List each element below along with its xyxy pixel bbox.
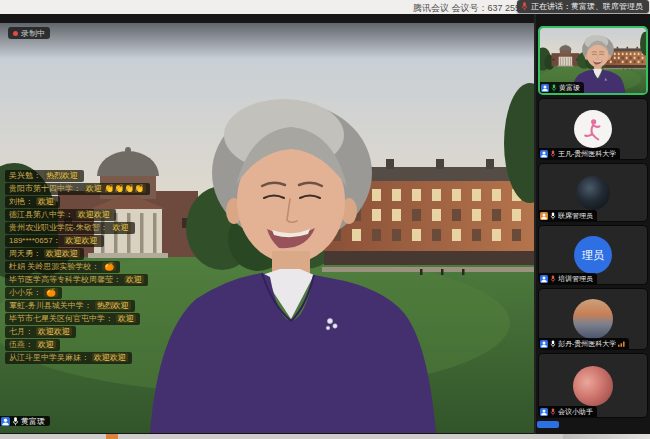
chat-message: 覃虹-务川县城关中学：热烈欢迎 <box>5 300 135 312</box>
participant-name: 彭丹-贵州医科大学 <box>558 339 616 349</box>
participant-name-badge: 会议小助手 <box>539 406 597 417</box>
chat-message: 周天勇：欢迎欢迎 <box>5 248 84 260</box>
chat-message: 七月：欢迎欢迎 <box>5 326 76 338</box>
participant-name: 培训管理员 <box>558 274 593 284</box>
chat-message: 小小乐：🍊 <box>5 287 62 299</box>
chat-message: 189****0657：欢迎欢迎 <box>5 235 104 247</box>
chat-message: 从江斗里中学吴麻妹：欢迎欢迎 <box>5 352 132 364</box>
meeting-window: 腾讯会议 会议号：637 255 628 正在讲话：黄富瑗、联席管理员 录制中 … <box>0 0 650 439</box>
mic-active-icon <box>551 84 557 92</box>
person-icon <box>540 275 548 283</box>
avatar <box>574 110 612 148</box>
participants-sidebar: 黄富瑗 王凡-贵州医科大学 <box>536 14 650 434</box>
desktop-accent-right <box>563 434 650 439</box>
desktop-accent <box>106 434 118 439</box>
person-icon <box>540 340 548 348</box>
participant-name-badge: 彭丹-贵州医科大学 <box>539 338 629 349</box>
chat-message: 毕节医学高等专科学校周馨莹：欢迎 <box>5 274 148 286</box>
avatar-initials: 理员 <box>582 248 604 263</box>
participant-name-badge: 黄富瑗 <box>540 82 584 93</box>
person-icon <box>540 150 548 158</box>
desktop-strip <box>0 434 650 439</box>
participant-name: 黄富瑗 <box>559 83 580 93</box>
person-icon <box>541 84 549 92</box>
person-icon <box>1 417 10 426</box>
ballerina-icon <box>580 116 606 142</box>
main-video-stage[interactable]: 录制中 吴兴勉：热烈欢迎 贵阳市第十四中学：欢迎 👏👏👏👏 刘艳：欢迎 德江县第… <box>0 14 534 434</box>
mic-muted-icon <box>550 408 556 416</box>
participant-tile-assistant[interactable]: 会议小助手 <box>538 353 648 418</box>
person-icon <box>540 408 548 416</box>
recording-dot-icon <box>13 31 18 36</box>
mic-muted-icon <box>550 275 556 283</box>
mic-muted-icon <box>550 150 556 158</box>
recording-badge: 录制中 <box>8 27 50 39</box>
avatar <box>573 299 613 339</box>
participant-name: 王凡-贵州医科大学 <box>558 149 616 159</box>
participant-name-badge: 王凡-贵州医科大学 <box>539 148 620 159</box>
host-person-icon <box>540 212 548 220</box>
mic-icon <box>12 417 19 426</box>
participant-tile-huangfuyuan[interactable]: 黄富瑗 <box>538 26 648 95</box>
chat-message: 刘艳：欢迎 <box>5 196 60 208</box>
main-speaker-name: 黄富瑗 <box>21 416 45 427</box>
participant-name: 联席管理员 <box>558 211 593 221</box>
chat-message: 伍燕：欢迎 <box>5 339 60 351</box>
participant-tile-wangfan[interactable]: 王凡-贵州医科大学 <box>538 98 648 160</box>
avatar <box>576 176 610 210</box>
recording-label: 录制中 <box>21 28 45 39</box>
participant-name: 会议小助手 <box>558 407 593 417</box>
chat-message: 毕节市七星关区何官屯中学：欢迎 <box>5 313 140 325</box>
avatar <box>573 366 613 406</box>
chat-message: 德江县第八中学：欢迎欢迎 <box>5 209 116 221</box>
network-signal-icon <box>618 341 625 347</box>
sidebar-scroll-indicator[interactable] <box>537 421 559 428</box>
participant-name-badge: 培训管理员 <box>539 273 597 284</box>
speaking-toast: 正在讲话：黄富瑗、联席管理员 <box>517 0 649 13</box>
chat-message: 贵州农业职业学院-朱敬智：欢迎 <box>5 222 135 234</box>
meeting-client-body: 录制中 吴兴勉：热烈欢迎 贵阳市第十四中学：欢迎 👏👏👏👏 刘艳：欢迎 德江县第… <box>0 14 650 434</box>
mic-icon <box>521 2 528 11</box>
participant-name-badge: 联席管理员 <box>539 210 597 221</box>
speaking-toast-label: 正在讲话：黄富瑗、联席管理员 <box>531 1 643 12</box>
mic-icon <box>550 212 556 220</box>
chat-message: 贵阳市第十四中学：欢迎 👏👏👏👏 <box>5 183 150 195</box>
participant-tile-training-admin[interactable]: 理员 培训管理员 <box>538 225 648 285</box>
participant-tile-pengdan[interactable]: 彭丹-贵州医科大学 <box>538 288 648 350</box>
mic-icon <box>550 340 556 348</box>
chat-message: 杜娟 关岭思源实验学校：🍊 <box>5 261 120 273</box>
participant-tile-cohost-admin[interactable]: 联席管理员 <box>538 163 648 222</box>
chat-overlay: 吴兴勉：热烈欢迎 贵阳市第十四中学：欢迎 👏👏👏👏 刘艳：欢迎 德江县第八中学：… <box>5 170 150 364</box>
chat-message: 吴兴勉：热烈欢迎 <box>5 170 84 182</box>
main-speaker-badge: 黄富瑗 <box>0 416 50 426</box>
avatar: 理员 <box>574 236 612 274</box>
